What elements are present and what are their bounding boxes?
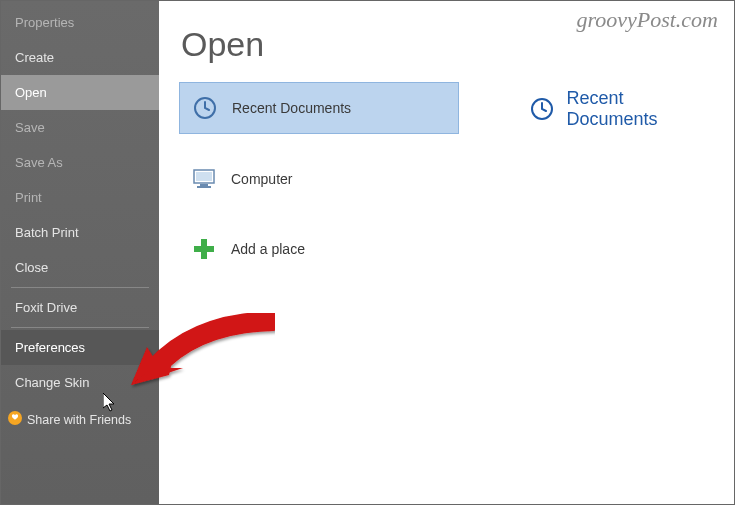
clock-icon — [192, 95, 218, 121]
main-content: groovyPost.com Open Recent DocumentsComp… — [159, 1, 734, 504]
open-option-recent-documents[interactable]: Recent Documents — [179, 82, 459, 134]
sidebar-item-label: Create — [15, 50, 54, 65]
sidebar-item-create[interactable]: Create — [1, 40, 159, 75]
open-option-label: Computer — [231, 171, 292, 187]
right-recent-documents[interactable]: Recent Documents — [529, 88, 714, 130]
sidebar-item-save[interactable]: Save — [1, 110, 159, 145]
svg-rect-3 — [196, 172, 212, 181]
watermark: groovyPost.com — [576, 7, 718, 33]
sidebar-item-properties[interactable]: Properties — [1, 5, 159, 40]
open-option-add-a-place[interactable]: Add a place — [179, 224, 459, 274]
open-option-label: Recent Documents — [232, 100, 351, 116]
open-option-list: Recent DocumentsComputerAdd a place — [179, 82, 459, 274]
sidebar-item-open[interactable]: Open — [1, 75, 159, 110]
sidebar-item-label: Foxit Drive — [15, 300, 77, 315]
sidebar-item-label: Change Skin — [15, 375, 89, 390]
sidebar-separator — [11, 287, 149, 288]
sidebar-item-label: Close — [15, 260, 48, 275]
svg-rect-4 — [200, 184, 208, 186]
sidebar-item-label: Properties — [15, 15, 74, 30]
sidebar-item-label: Save — [15, 120, 45, 135]
sidebar-item-label: Print — [15, 190, 42, 205]
sidebar: PropertiesCreateOpenSaveSave AsPrintBatc… — [1, 1, 159, 504]
right-pane: Recent Documents — [529, 82, 714, 274]
sidebar-item-label: Preferences — [15, 340, 85, 355]
sidebar-share-with-friends[interactable]: Share with Friends — [1, 400, 159, 439]
open-option-computer[interactable]: Computer — [179, 154, 459, 204]
sidebar-item-save-as[interactable]: Save As — [1, 145, 159, 180]
sidebar-item-label: Save As — [15, 155, 63, 170]
sidebar-item-preferences[interactable]: Preferences — [1, 330, 159, 365]
sidebar-item-print[interactable]: Print — [1, 180, 159, 215]
sidebar-share-label: Share with Friends — [27, 413, 131, 427]
sidebar-item-batch-print[interactable]: Batch Print — [1, 215, 159, 250]
sidebar-item-change-skin[interactable]: Change Skin — [1, 365, 159, 400]
sidebar-separator — [11, 327, 149, 328]
sidebar-item-label: Batch Print — [15, 225, 79, 240]
heart-icon — [7, 410, 23, 429]
sidebar-item-close[interactable]: Close — [1, 250, 159, 285]
plus-icon — [191, 236, 217, 262]
right-recent-documents-label: Recent Documents — [566, 88, 714, 130]
sidebar-item-foxit-drive[interactable]: Foxit Drive — [1, 290, 159, 325]
clock-icon — [529, 96, 554, 122]
svg-rect-5 — [197, 186, 211, 188]
computer-icon — [191, 166, 217, 192]
svg-rect-7 — [194, 246, 214, 252]
sidebar-item-label: Open — [15, 85, 47, 100]
open-option-label: Add a place — [231, 241, 305, 257]
